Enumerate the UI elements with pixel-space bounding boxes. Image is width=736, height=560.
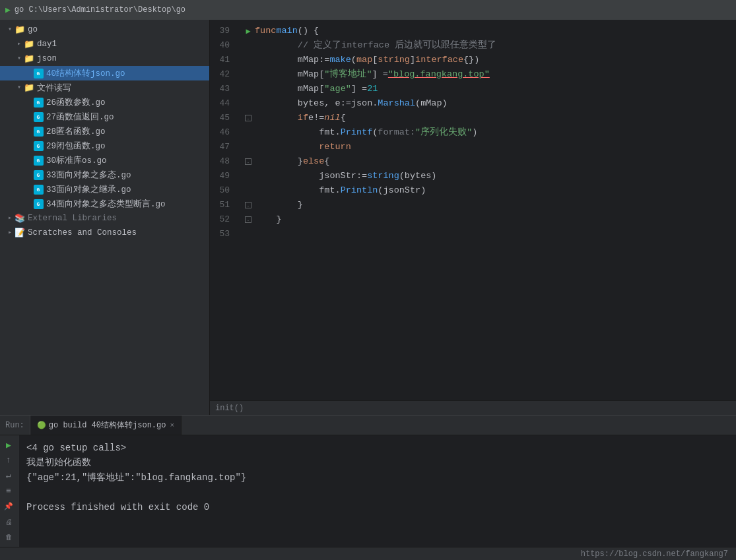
- function-name: Printf: [341, 125, 373, 140]
- code-text: [255, 140, 319, 154]
- go-file-icon: G: [33, 126, 44, 137]
- sidebar-label: 34面向对象之多态类型断言.go: [46, 199, 166, 210]
- title-bar: ▶ go C:\Users\Administrator\Desktop\go: [0, 0, 736, 20]
- go-file-icon: G: [33, 68, 44, 78]
- function-name: string: [367, 169, 399, 183]
- sidebar-item-34[interactable]: G 34面向对象之多态类型断言.go: [0, 197, 209, 211]
- panel-tabs: Run: 🟢 go build 40结构体转json.go ×: [0, 416, 736, 435]
- sidebar-item-29[interactable]: G 29闭包函数.go: [0, 139, 209, 153]
- code-text: bytes, e: [255, 96, 341, 111]
- sidebar-label: 文件读写: [37, 82, 71, 94]
- code-text: [: [372, 53, 378, 67]
- panel-tab-run[interactable]: 🟢 go build 40结构体转json.go ×: [30, 416, 182, 435]
- code-text: {: [341, 111, 346, 125]
- code-editor[interactable]: 39 40 41 42 43 44 45 46 47 48 49 50 51 5…: [210, 20, 736, 400]
- code-text: mMap: [255, 53, 319, 67]
- code-content[interactable]: func main() { // 定义了interface 后边就可以跟任意类型…: [255, 22, 736, 400]
- code-text: jsonStr: [255, 169, 356, 183]
- code-text: {: [324, 154, 329, 169]
- sidebar-label: day1: [37, 40, 57, 49]
- no-arrow: [24, 69, 33, 78]
- code-text: mMap[: [255, 82, 324, 96]
- string-literal: "序列化失败": [415, 125, 472, 140]
- code-text: .: [372, 96, 378, 111]
- string-literal: "博客地址": [324, 67, 372, 82]
- sidebar-label: Scratches and Consoles: [28, 228, 137, 237]
- status-text: init(): [215, 404, 244, 413]
- code-text: e: [308, 111, 314, 125]
- library-icon: 📚: [15, 213, 25, 224]
- code-text: (: [372, 125, 378, 140]
- code-line-52: }: [255, 212, 736, 227]
- sidebar-item-scratches[interactable]: 📝 Scratches and Consoles: [0, 226, 209, 240]
- go-file-icon: G: [33, 199, 44, 209]
- sidebar-item-go-root[interactable]: 📁 go: [0, 22, 209, 37]
- no-arrow: [24, 199, 33, 208]
- sidebar-item-28[interactable]: G 28匿名函数.go: [0, 124, 209, 139]
- sidebar-item-30[interactable]: G 30标准库os.go: [0, 153, 209, 168]
- code-text: fmt.: [255, 125, 341, 140]
- code-line-43: mMap["age"] = 21: [255, 82, 736, 96]
- fold-marker[interactable]: -: [245, 216, 251, 223]
- panel-output: <4 go setup calls> 我是初始化函数 {"age":21,"博客…: [18, 435, 736, 547]
- sidebar-item-day1[interactable]: 📁 day1: [0, 37, 209, 51]
- no-arrow: [24, 98, 33, 107]
- folder-icon: 📁: [24, 82, 34, 93]
- sidebar-item-json[interactable]: 📁 json: [0, 51, 209, 66]
- main-area: 📁 go 📁 day1 📁 json G 40结构体转json.go: [0, 20, 736, 415]
- code-text: }: [255, 198, 303, 212]
- go-file-icon: G: [33, 170, 44, 180]
- arrow-icon: [5, 25, 15, 34]
- arrow-icon: [15, 54, 24, 63]
- folder-icon: 📁: [24, 53, 34, 64]
- hint-text: format:: [378, 125, 415, 140]
- tab-go-icon: 🟢: [37, 421, 46, 429]
- options-button[interactable]: ≡: [1, 484, 16, 498]
- sidebar-item-26[interactable]: G 26函数参数.go: [0, 95, 209, 109]
- sidebar-item-wenjianduqu[interactable]: 📁 文件读写: [0, 80, 209, 95]
- keyword: func: [255, 24, 276, 38]
- run-button[interactable]: ▶: [1, 438, 16, 452]
- go-file-icon: G: [33, 155, 44, 166]
- sidebar-item-40jiegou[interactable]: G 40结构体转json.go: [0, 66, 209, 80]
- package-name: json: [351, 96, 372, 111]
- fold-marker[interactable]: -: [245, 158, 251, 165]
- sidebar: 📁 go 📁 day1 📁 json G 40结构体转json.go: [0, 20, 210, 415]
- keyword: if: [298, 111, 308, 125]
- sidebar-item-33a[interactable]: G 33面向对象之多态.go: [0, 168, 209, 182]
- run-gutter-icon[interactable]: ▶: [246, 26, 250, 36]
- code-text: (mMap): [415, 96, 448, 111]
- footer-link[interactable]: https://blog.csdn.net/fangkang7: [581, 549, 728, 559]
- no-arrow: [24, 156, 33, 165]
- code-text: ] =: [351, 82, 367, 96]
- sidebar-item-27[interactable]: G 27函数值返回.go: [0, 109, 209, 124]
- folder-icon: 📁: [15, 24, 25, 35]
- scratches-icon: 📝: [15, 228, 25, 238]
- output-line-process: Process finished with exit code 0: [26, 500, 728, 514]
- sidebar-item-ext-libraries[interactable]: 📚 External Libraries: [0, 211, 209, 226]
- clear-button[interactable]: 🗑: [1, 530, 16, 544]
- type-name: string: [378, 53, 410, 67]
- output-line-json: {"age":21,"博客地址":"blog.fangkang.top"}: [26, 470, 728, 485]
- sidebar-item-33b[interactable]: G 33面向对象之继承.go: [0, 182, 209, 197]
- operator: :=: [356, 169, 367, 183]
- code-line-45: if e != nil {: [255, 111, 736, 125]
- function-name: make: [329, 53, 351, 67]
- code-text: (jsonStr): [378, 183, 426, 198]
- code-line-42: mMap["博客地址"] = "blog.fangkang.top": [255, 67, 736, 82]
- line-numbers: 39 40 41 42 43 44 45 46 47 48 49 50 51 5…: [210, 22, 242, 400]
- number-literal: 21: [367, 82, 378, 96]
- code-line-47: return: [255, 140, 736, 154]
- fold-marker[interactable]: -: [245, 115, 251, 121]
- arrow-icon: [15, 83, 24, 92]
- fold-marker[interactable]: -: [245, 202, 251, 208]
- print-button[interactable]: 🖨: [1, 514, 16, 528]
- tab-close-button[interactable]: ×: [170, 421, 174, 429]
- scroll-up-button[interactable]: ↑: [1, 453, 16, 467]
- pin-button[interactable]: 📌: [1, 499, 16, 513]
- code-line-40: // 定义了interface 后边就可以跟任意类型了: [255, 38, 736, 53]
- code-text: {}): [463, 53, 479, 67]
- output-line-init: 我是初始化函数: [26, 455, 728, 470]
- wrap-button[interactable]: ↵: [1, 469, 16, 483]
- nil-keyword: nil: [324, 111, 340, 125]
